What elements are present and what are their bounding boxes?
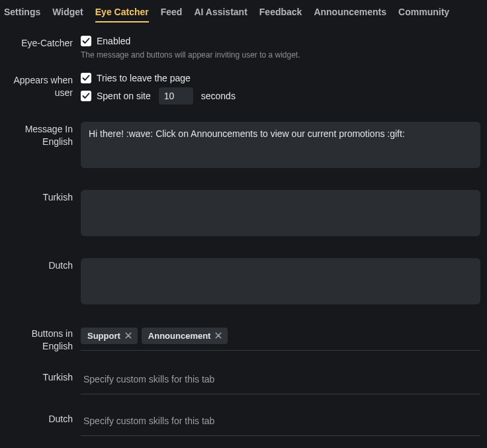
- eye-catcher-helptext: The message and buttons will appear invi…: [81, 50, 480, 60]
- tab-feed[interactable]: Feed: [161, 5, 183, 22]
- tab-feedback[interactable]: Feedback: [259, 5, 302, 22]
- check-icon: [82, 37, 90, 45]
- checkbox-spent-on-site[interactable]: [81, 91, 91, 101]
- spent-seconds-input[interactable]: [159, 87, 193, 105]
- tab-community[interactable]: Community: [398, 5, 449, 22]
- tab-bar: SettingsWidgetEye CatcherFeedAI Assistan…: [0, 0, 487, 22]
- check-icon: [82, 92, 90, 100]
- buttons-turkish-input[interactable]: [81, 370, 480, 388]
- checkbox-enabled[interactable]: [81, 36, 91, 46]
- checkbox-leave-page[interactable]: [81, 73, 91, 83]
- buttons-dutch-input[interactable]: [81, 412, 480, 430]
- leave-page-label: Tries to leave the page: [97, 73, 191, 83]
- label-eye-catcher: Eye-Catcher: [0, 36, 81, 50]
- tag-support: Support: [81, 328, 138, 344]
- label-message-dutch: Dutch: [0, 258, 81, 272]
- spent-prefix: Spent on site: [97, 91, 151, 101]
- buttons-dutch-field[interactable]: [81, 412, 480, 436]
- message-dutch-input[interactable]: [81, 258, 480, 304]
- label-buttons-dutch: Dutch: [0, 412, 81, 426]
- enabled-label: Enabled: [97, 36, 130, 46]
- label-message-english: Message In English: [0, 122, 81, 148]
- tab-ai-assistant[interactable]: AI Assistant: [194, 5, 247, 22]
- message-english-input[interactable]: [81, 122, 480, 168]
- buttons-turkish-field[interactable]: [81, 370, 480, 394]
- tab-settings[interactable]: Settings: [4, 5, 40, 22]
- tab-announcements[interactable]: Announcements: [314, 5, 386, 22]
- message-turkish-input[interactable]: [81, 190, 480, 236]
- buttons-english-input[interactable]: [232, 326, 480, 345]
- label-message-turkish: Turkish: [0, 190, 81, 204]
- tag-label: Announcement: [148, 331, 211, 341]
- tab-eye-catcher[interactable]: Eye Catcher: [95, 5, 149, 22]
- label-buttons-turkish: Turkish: [0, 370, 81, 384]
- remove-tag-icon[interactable]: [214, 332, 222, 339]
- label-buttons-english: Buttons in English: [0, 326, 81, 353]
- buttons-english-field[interactable]: SupportAnnouncement: [81, 326, 480, 351]
- check-icon: [82, 74, 90, 82]
- tag-announcement: Announcement: [142, 328, 228, 344]
- eye-catcher-form: Eye-Catcher Enabled The message and butt…: [0, 22, 487, 436]
- spent-suffix: seconds: [201, 91, 236, 101]
- label-appears: Appears when user: [0, 73, 81, 99]
- tab-widget[interactable]: Widget: [52, 5, 83, 22]
- remove-tag-icon[interactable]: [124, 332, 132, 339]
- tag-label: Support: [87, 331, 120, 341]
